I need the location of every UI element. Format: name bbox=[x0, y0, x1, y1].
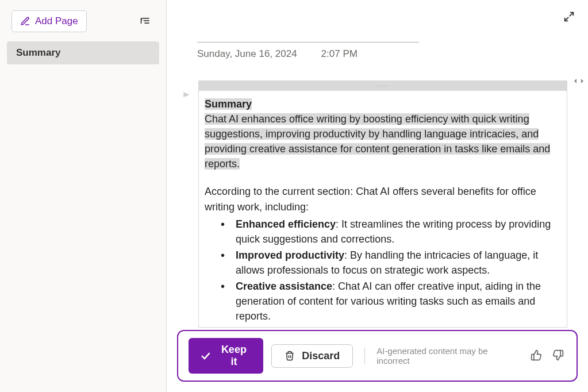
discard-label: Discard bbox=[302, 350, 340, 362]
drag-handle[interactable]: ···· bbox=[198, 80, 567, 91]
note-tag-icon[interactable] bbox=[182, 91, 193, 103]
trash-icon bbox=[285, 351, 295, 361]
arrow-right-icon[interactable] bbox=[579, 78, 585, 84]
list-item: Enhanced efficiency: It streamlines the … bbox=[225, 217, 561, 247]
add-page-label: Add Page bbox=[35, 16, 78, 27]
arrow-left-icon[interactable] bbox=[573, 78, 579, 84]
thumbs-down-button[interactable] bbox=[550, 347, 566, 365]
bullet-title: Improved productivity bbox=[236, 249, 344, 261]
thumbs-down-icon bbox=[552, 349, 564, 361]
content-wrap: ···· Summary Chat AI enhances office wri… bbox=[178, 80, 588, 328]
thumbs-up-button[interactable] bbox=[528, 347, 544, 365]
sort-icon bbox=[140, 15, 151, 26]
list-item: Improved productivity: By handling the i… bbox=[225, 248, 561, 278]
summary-body: Chat AI enhances office writing by boost… bbox=[205, 113, 550, 170]
check-icon bbox=[201, 352, 210, 360]
list-item: Creative assistance: Chat AI can offer c… bbox=[225, 279, 561, 324]
thumbs-up-icon bbox=[531, 349, 542, 361]
expand-button[interactable] bbox=[563, 10, 575, 25]
note-date: Sunday, June 16, 2024 bbox=[197, 48, 297, 60]
add-page-button[interactable]: Add Page bbox=[11, 10, 87, 32]
page-item-label: Summary bbox=[16, 47, 60, 58]
feedback-group bbox=[528, 347, 566, 365]
note-header: Sunday, June 16, 2024 2:07 PM bbox=[167, 0, 588, 60]
bullet-title: Creative assistance bbox=[236, 280, 332, 292]
sort-button[interactable] bbox=[136, 11, 155, 32]
expand-icon bbox=[563, 10, 575, 23]
ai-disclaimer: AI-generated content may be incorrect bbox=[376, 346, 520, 366]
sidebar: Add Page Summary bbox=[0, 0, 167, 392]
sidebar-item-summary[interactable]: Summary bbox=[7, 41, 159, 64]
bullet-title: Enhanced efficiency bbox=[236, 218, 336, 230]
main-area: Sunday, June 16, 2024 2:07 PM ···· Summa… bbox=[167, 0, 588, 392]
summary-heading: Summary bbox=[205, 98, 252, 110]
discard-button[interactable]: Discard bbox=[271, 344, 353, 368]
divider bbox=[364, 348, 365, 364]
ai-action-bar: Keep it Discard AI-generated content may… bbox=[177, 330, 578, 382]
container-scroll-arrows bbox=[573, 78, 585, 84]
keep-button[interactable]: Keep it bbox=[189, 338, 263, 374]
keep-label: Keep it bbox=[217, 344, 251, 368]
note-time: 2:07 PM bbox=[321, 48, 358, 60]
sidebar-top: Add Page bbox=[7, 10, 159, 32]
note-title-input[interactable] bbox=[197, 25, 419, 43]
bullet-list: Enhanced efficiency: It streamlines the … bbox=[205, 217, 561, 324]
add-page-icon bbox=[20, 16, 30, 26]
section-intro: According to the current section: Chat A… bbox=[205, 184, 561, 214]
note-content[interactable]: Summary Chat AI enhances office writing … bbox=[198, 91, 567, 328]
note-dateline: Sunday, June 16, 2024 2:07 PM bbox=[197, 48, 588, 60]
